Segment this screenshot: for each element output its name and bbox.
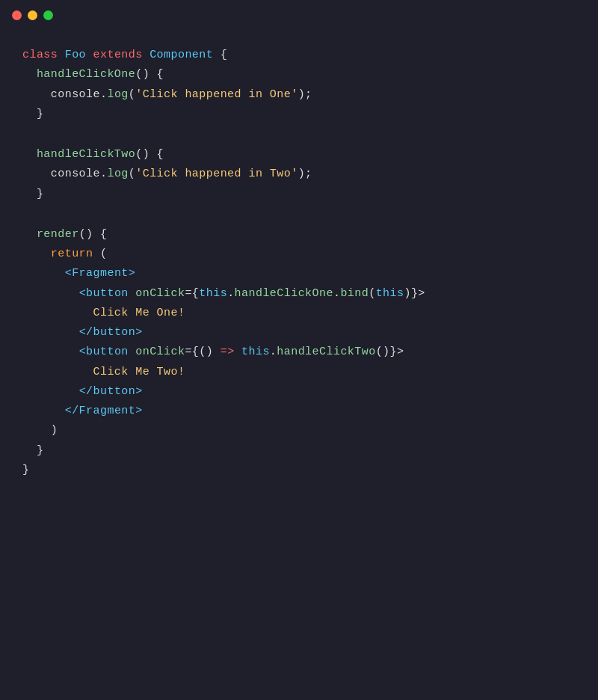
code-line-13: </button>: [22, 323, 576, 343]
code-line-9: return (: [22, 245, 576, 264]
close-button[interactable]: [12, 10, 22, 20]
tag-button-two-close: </button>: [79, 385, 143, 398]
text-click-me-two: Click Me Two!: [93, 366, 185, 378]
method-render: render: [37, 228, 79, 241]
blank-line-1: [22, 124, 576, 145]
method-handleClickOne: handleClickOne: [37, 68, 135, 81]
code-line-11: <button onClick={this.handleClickOne.bin…: [22, 284, 576, 304]
code-line-7: }: [22, 185, 576, 204]
keyword-class: class: [22, 49, 58, 61]
tag-button-one-open: <button: [79, 287, 129, 300]
code-line-15: Click Me Two!: [22, 363, 576, 382]
class-foo: Foo: [65, 49, 86, 61]
class-component: Component: [150, 49, 213, 61]
code-line-6: console.log('Click happened in Two');: [22, 165, 576, 184]
console-ref: console: [51, 88, 100, 101]
log-method-2: log: [107, 168, 128, 180]
string-click-two: 'Click happened in Two': [135, 168, 298, 180]
code-line-10: <Fragment>: [22, 264, 576, 283]
tag-button-one-close: </button>: [79, 326, 143, 339]
code-line-19: }: [22, 441, 576, 461]
blank-line-2: [22, 204, 576, 225]
attr-onClick-two: onClick: [135, 346, 185, 358]
this-keyword-1: this: [199, 287, 227, 300]
code-line-4: }: [22, 105, 576, 124]
text-click-me-one: Click Me One!: [93, 307, 185, 319]
titlebar: [0, 0, 598, 31]
maximize-button[interactable]: [43, 10, 53, 20]
code-line-1: class Foo extends Component {: [22, 46, 576, 65]
string-click-one: 'Click happened in One': [135, 88, 298, 101]
arrow-icon: =>: [221, 346, 235, 358]
keyword-extends: extends: [93, 49, 143, 61]
code-area: class Foo extends Component { handleClic…: [0, 31, 598, 700]
console-ref-2: console: [51, 168, 100, 180]
handleClickTwo-ref: handleClickTwo: [277, 346, 375, 358]
code-line-17: </Fragment>: [22, 402, 576, 421]
code-line-3: console.log('Click happened in One');: [22, 85, 576, 105]
code-line-14: <button onClick={() => this.handleClickT…: [22, 343, 576, 362]
handleClickOne-ref: handleClickOne: [235, 287, 333, 300]
this-keyword-2: this: [376, 287, 404, 300]
attr-onClick-one: onClick: [135, 287, 185, 300]
tag-fragment-close: </Fragment>: [65, 405, 143, 417]
keyword-return: return: [51, 248, 93, 260]
minimize-button[interactable]: [28, 10, 37, 20]
method-handleClickTwo: handleClickTwo: [37, 148, 135, 161]
bind-method: bind: [340, 287, 369, 300]
log-method: log: [107, 88, 128, 101]
code-line-12: Click Me One!: [22, 304, 576, 323]
this-keyword-3: this: [241, 346, 270, 358]
code-line-20: }: [22, 461, 576, 480]
tag-fragment-open: <Fragment>: [65, 267, 136, 280]
code-line-16: </button>: [22, 382, 576, 402]
tag-button-two-open: <button: [79, 346, 129, 358]
code-editor-window: class Foo extends Component { handleClic…: [0, 0, 598, 700]
code-line-8: render() {: [22, 225, 576, 245]
code-line-2: handleClickOne() {: [22, 65, 576, 85]
code-line-18: ): [22, 421, 576, 440]
code-line-5: handleClickTwo() {: [22, 145, 576, 165]
